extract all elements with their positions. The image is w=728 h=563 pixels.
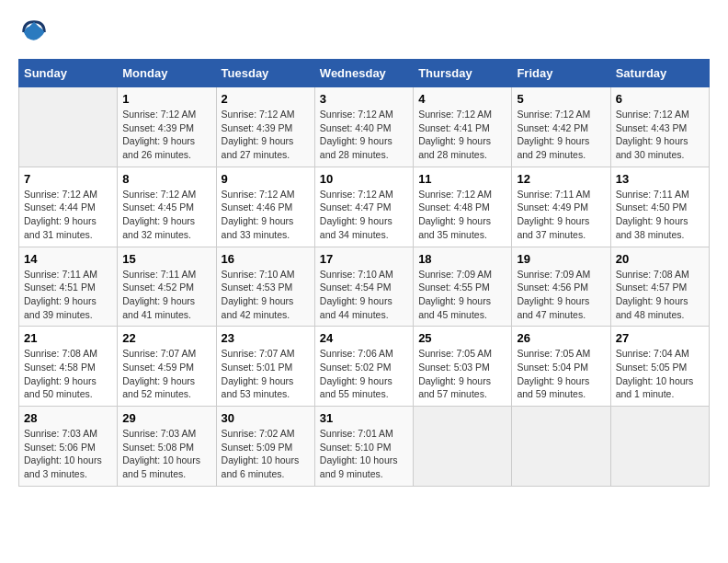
calendar-week-row: 28Sunrise: 7:03 AMSunset: 5:06 PMDayligh… bbox=[19, 407, 710, 487]
day-number: 30 bbox=[222, 411, 310, 425]
calendar-cell: 15Sunrise: 7:11 AMSunset: 4:52 PMDayligh… bbox=[118, 247, 216, 327]
day-number: 20 bbox=[616, 252, 704, 266]
calendar-cell: 31Sunrise: 7:01 AMSunset: 5:10 PMDayligh… bbox=[314, 407, 413, 487]
calendar-cell: 5Sunrise: 7:12 AMSunset: 4:42 PMDaylight… bbox=[512, 87, 610, 167]
column-header-tuesday: Tuesday bbox=[216, 60, 314, 87]
day-info: Sunrise: 7:02 AMSunset: 5:09 PMDaylight:… bbox=[222, 427, 310, 481]
day-number: 11 bbox=[418, 172, 506, 186]
day-number: 12 bbox=[517, 172, 605, 186]
calendar-cell: 18Sunrise: 7:09 AMSunset: 4:55 PMDayligh… bbox=[414, 247, 512, 327]
calendar-cell bbox=[610, 407, 709, 487]
day-number: 6 bbox=[616, 92, 704, 106]
calendar-cell: 19Sunrise: 7:09 AMSunset: 4:56 PMDayligh… bbox=[512, 247, 610, 327]
day-number: 15 bbox=[122, 252, 210, 266]
day-number: 3 bbox=[320, 92, 408, 106]
day-number: 24 bbox=[320, 331, 408, 345]
day-info: Sunrise: 7:12 AMSunset: 4:48 PMDaylight:… bbox=[418, 188, 506, 242]
day-number: 2 bbox=[222, 92, 310, 106]
day-info: Sunrise: 7:07 AMSunset: 4:59 PMDaylight:… bbox=[122, 347, 210, 401]
day-number: 5 bbox=[517, 92, 605, 106]
day-info: Sunrise: 7:11 AMSunset: 4:50 PMDaylight:… bbox=[616, 188, 704, 242]
calendar-cell: 29Sunrise: 7:03 AMSunset: 5:08 PMDayligh… bbox=[118, 407, 216, 487]
calendar-cell: 11Sunrise: 7:12 AMSunset: 4:48 PMDayligh… bbox=[414, 167, 512, 247]
day-number: 31 bbox=[320, 411, 408, 425]
day-info: Sunrise: 7:12 AMSunset: 4:45 PMDaylight:… bbox=[122, 188, 210, 242]
column-header-thursday: Thursday bbox=[414, 60, 512, 87]
day-info: Sunrise: 7:12 AMSunset: 4:42 PMDaylight:… bbox=[517, 108, 605, 162]
day-info: Sunrise: 7:06 AMSunset: 5:02 PMDaylight:… bbox=[320, 347, 408, 401]
calendar-cell: 20Sunrise: 7:08 AMSunset: 4:57 PMDayligh… bbox=[610, 247, 709, 327]
day-info: Sunrise: 7:12 AMSunset: 4:39 PMDaylight:… bbox=[222, 108, 310, 162]
day-number: 28 bbox=[24, 411, 112, 425]
day-number: 14 bbox=[24, 252, 112, 266]
day-number: 22 bbox=[122, 331, 210, 345]
column-header-monday: Monday bbox=[118, 60, 216, 87]
day-number: 10 bbox=[320, 172, 408, 186]
day-info: Sunrise: 7:05 AMSunset: 5:03 PMDaylight:… bbox=[418, 347, 506, 401]
calendar-cell: 12Sunrise: 7:11 AMSunset: 4:49 PMDayligh… bbox=[512, 167, 610, 247]
calendar-cell: 21Sunrise: 7:08 AMSunset: 4:58 PMDayligh… bbox=[19, 327, 118, 407]
calendar-cell: 10Sunrise: 7:12 AMSunset: 4:47 PMDayligh… bbox=[314, 167, 413, 247]
calendar-cell: 22Sunrise: 7:07 AMSunset: 4:59 PMDayligh… bbox=[118, 327, 216, 407]
day-info: Sunrise: 7:07 AMSunset: 5:01 PMDaylight:… bbox=[222, 347, 310, 401]
day-info: Sunrise: 7:01 AMSunset: 5:10 PMDaylight:… bbox=[320, 427, 408, 481]
day-number: 19 bbox=[517, 252, 605, 266]
calendar-cell: 13Sunrise: 7:11 AMSunset: 4:50 PMDayligh… bbox=[610, 167, 709, 247]
day-info: Sunrise: 7:11 AMSunset: 4:51 PMDaylight:… bbox=[24, 268, 112, 322]
calendar-week-row: 7Sunrise: 7:12 AMSunset: 4:44 PMDaylight… bbox=[19, 167, 710, 247]
day-info: Sunrise: 7:12 AMSunset: 4:46 PMDaylight:… bbox=[222, 188, 310, 242]
day-info: Sunrise: 7:12 AMSunset: 4:43 PMDaylight:… bbox=[616, 108, 704, 162]
day-info: Sunrise: 7:08 AMSunset: 4:57 PMDaylight:… bbox=[616, 268, 704, 322]
calendar-cell bbox=[19, 87, 118, 167]
day-info: Sunrise: 7:12 AMSunset: 4:47 PMDaylight:… bbox=[320, 188, 408, 242]
day-info: Sunrise: 7:12 AMSunset: 4:41 PMDaylight:… bbox=[418, 108, 506, 162]
day-number: 29 bbox=[122, 411, 210, 425]
day-info: Sunrise: 7:12 AMSunset: 4:39 PMDaylight:… bbox=[122, 108, 210, 162]
day-number: 13 bbox=[616, 172, 704, 186]
day-number: 18 bbox=[418, 252, 506, 266]
calendar-cell bbox=[414, 407, 512, 487]
calendar-cell: 1Sunrise: 7:12 AMSunset: 4:39 PMDaylight… bbox=[118, 87, 216, 167]
day-info: Sunrise: 7:12 AMSunset: 4:40 PMDaylight:… bbox=[320, 108, 408, 162]
column-header-friday: Friday bbox=[512, 60, 610, 87]
calendar-cell: 3Sunrise: 7:12 AMSunset: 4:40 PMDaylight… bbox=[314, 87, 413, 167]
calendar-cell: 26Sunrise: 7:05 AMSunset: 5:04 PMDayligh… bbox=[512, 327, 610, 407]
logo bbox=[18, 18, 51, 50]
calendar-week-row: 14Sunrise: 7:11 AMSunset: 4:51 PMDayligh… bbox=[19, 247, 710, 327]
calendar-cell: 16Sunrise: 7:10 AMSunset: 4:53 PMDayligh… bbox=[216, 247, 314, 327]
calendar-cell: 17Sunrise: 7:10 AMSunset: 4:54 PMDayligh… bbox=[314, 247, 413, 327]
calendar-cell: 4Sunrise: 7:12 AMSunset: 4:41 PMDaylight… bbox=[414, 87, 512, 167]
calendar-cell: 14Sunrise: 7:11 AMSunset: 4:51 PMDayligh… bbox=[19, 247, 118, 327]
calendar-week-row: 1Sunrise: 7:12 AMSunset: 4:39 PMDaylight… bbox=[19, 87, 710, 167]
day-info: Sunrise: 7:09 AMSunset: 4:56 PMDaylight:… bbox=[517, 268, 605, 322]
calendar-cell: 28Sunrise: 7:03 AMSunset: 5:06 PMDayligh… bbox=[19, 407, 118, 487]
day-info: Sunrise: 7:11 AMSunset: 4:52 PMDaylight:… bbox=[122, 268, 210, 322]
calendar-cell: 6Sunrise: 7:12 AMSunset: 4:43 PMDaylight… bbox=[610, 87, 709, 167]
day-number: 16 bbox=[222, 252, 310, 266]
day-number: 4 bbox=[418, 92, 506, 106]
day-number: 23 bbox=[222, 331, 310, 345]
day-info: Sunrise: 7:10 AMSunset: 4:54 PMDaylight:… bbox=[320, 268, 408, 322]
calendar-cell: 24Sunrise: 7:06 AMSunset: 5:02 PMDayligh… bbox=[314, 327, 413, 407]
day-info: Sunrise: 7:05 AMSunset: 5:04 PMDaylight:… bbox=[517, 347, 605, 401]
day-number: 25 bbox=[418, 331, 506, 345]
day-info: Sunrise: 7:08 AMSunset: 4:58 PMDaylight:… bbox=[24, 347, 112, 401]
day-number: 21 bbox=[24, 331, 112, 345]
day-number: 26 bbox=[517, 331, 605, 345]
day-info: Sunrise: 7:10 AMSunset: 4:53 PMDaylight:… bbox=[222, 268, 310, 322]
day-info: Sunrise: 7:12 AMSunset: 4:44 PMDaylight:… bbox=[24, 188, 112, 242]
day-info: Sunrise: 7:09 AMSunset: 4:55 PMDaylight:… bbox=[418, 268, 506, 322]
calendar-table: SundayMondayTuesdayWednesdayThursdayFrid… bbox=[18, 59, 710, 487]
day-number: 8 bbox=[122, 172, 210, 186]
day-number: 27 bbox=[616, 331, 704, 345]
column-header-wednesday: Wednesday bbox=[314, 60, 413, 87]
calendar-cell: 2Sunrise: 7:12 AMSunset: 4:39 PMDaylight… bbox=[216, 87, 314, 167]
page-header bbox=[18, 18, 710, 50]
calendar-cell: 30Sunrise: 7:02 AMSunset: 5:09 PMDayligh… bbox=[216, 407, 314, 487]
column-header-sunday: Sunday bbox=[19, 60, 118, 87]
calendar-cell: 23Sunrise: 7:07 AMSunset: 5:01 PMDayligh… bbox=[216, 327, 314, 407]
calendar-cell: 8Sunrise: 7:12 AMSunset: 4:45 PMDaylight… bbox=[118, 167, 216, 247]
day-number: 17 bbox=[320, 252, 408, 266]
calendar-cell: 25Sunrise: 7:05 AMSunset: 5:03 PMDayligh… bbox=[414, 327, 512, 407]
calendar-cell bbox=[512, 407, 610, 487]
